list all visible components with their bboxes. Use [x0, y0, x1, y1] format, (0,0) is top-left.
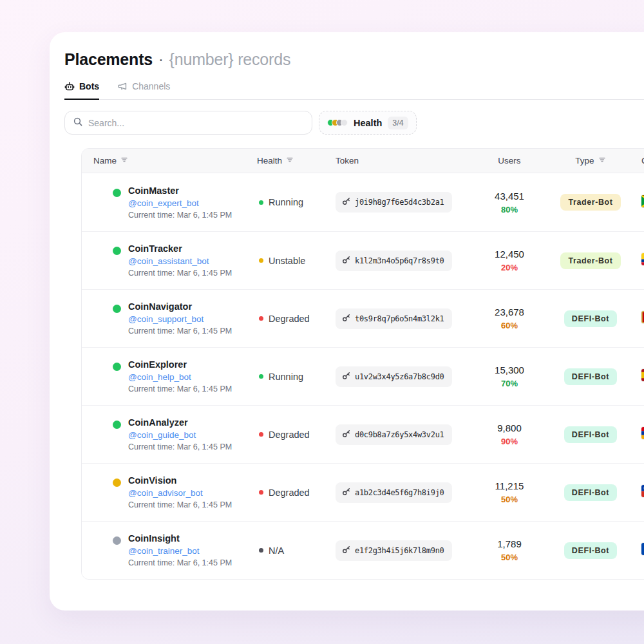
bot-name: CoinMaster [128, 185, 232, 196]
bot-avatar [93, 537, 120, 564]
users-cell: 12,450 20% [477, 249, 542, 272]
token-cell: a1b2c3d4e5f6g7h8i9j0 [336, 482, 477, 503]
column-header-health[interactable]: Health [257, 156, 336, 166]
country-flag-icon [641, 427, 644, 439]
type-badge: DEFI-Bot [564, 426, 617, 443]
health-status-label: N/A [269, 545, 284, 556]
token-pill[interactable]: d0c9b8a7z6y5x4w3v2u1 [336, 424, 452, 445]
country-flag-icon [641, 195, 644, 207]
bot-name-cell: CoinExplorer @coin_help_bot Current time… [82, 359, 257, 393]
column-header-token: Token [336, 156, 477, 166]
token-pill[interactable]: j0i9h8g7f6e5d4c3b2a1 [336, 192, 452, 213]
bot-name-cell: CoinVision @coin_advisor_bot Current tim… [82, 475, 257, 509]
table-row[interactable]: CoinMaster @coin_expert_bot Current time… [82, 173, 644, 231]
bots-table: Name Health Token Users Type [81, 148, 644, 580]
key-icon [342, 196, 350, 208]
health-status-dot [259, 490, 263, 495]
column-header-type-label: Type [575, 156, 594, 166]
health-status-label: Degraded [269, 488, 310, 498]
bot-handle-link[interactable]: @coin_trainer_bot [128, 546, 232, 556]
users-cell: 9,800 90% [477, 422, 542, 446]
health-status-dot [259, 258, 263, 263]
token-pill[interactable]: u1v2w3x4y5z6a7b8c9d0 [336, 366, 452, 387]
avatar-status-dot [113, 421, 121, 429]
page-title-subtitle: {number} records [169, 50, 291, 68]
tab-bar: Bots Channels [64, 81, 644, 99]
column-header-type[interactable]: Type [542, 156, 639, 166]
key-icon [342, 545, 350, 556]
filter-icon[interactable] [286, 156, 294, 166]
country-cell [639, 195, 644, 210]
health-filter-chip[interactable]: Health 3/4 [319, 111, 417, 135]
key-icon [342, 313, 350, 325]
key-icon [342, 255, 350, 267]
bot-handle-link[interactable]: @coin_assistant_bot [128, 256, 232, 266]
table-row[interactable]: CoinAnalyzer @coin_guide_bot Current tim… [82, 405, 644, 463]
health-status-label: Running [269, 197, 303, 207]
bot-handle-link[interactable]: @coin_help_bot [128, 372, 232, 382]
column-header-name[interactable]: Name [82, 156, 257, 166]
bot-current-time: Current time: Mar 6, 1:45 PM [128, 327, 232, 336]
token-cell: e1f2g3h4i5j6k7l8m9n0 [336, 540, 477, 561]
table-row[interactable]: CoinVision @coin_advisor_bot Current tim… [82, 463, 644, 521]
table-row[interactable]: CoinInsight @coin_trainer_bot Current ti… [82, 521, 644, 579]
bot-name: CoinExplorer [128, 359, 232, 370]
tab-channels-label: Channels [132, 81, 170, 91]
token-cell: j0i9h8g7f6e5d4c3b2a1 [336, 192, 477, 213]
tab-channels[interactable]: Channels [117, 81, 170, 99]
type-badge: DEFI-Bot [564, 484, 617, 501]
key-icon [342, 371, 350, 383]
country-flag-icon [641, 543, 644, 555]
token-pill[interactable]: t0s9r8q7p6o5n4m3l2k1 [336, 308, 452, 329]
users-percent: 60% [501, 321, 518, 330]
token-value: k1l2m3n4o5p6q7r8s9t0 [355, 256, 444, 265]
bot-handle-link[interactable]: @coin_guide_bot [128, 430, 232, 440]
token-cell: k1l2m3n4o5p6q7r8s9t0 [336, 251, 477, 271]
health-status-dot [259, 548, 263, 553]
users-percent: 80% [501, 205, 518, 214]
health-cell: Degraded [257, 488, 336, 498]
country-cell [639, 369, 644, 384]
table-row[interactable]: CoinTracker @coin_assistant_bot Current … [82, 231, 644, 289]
bot-current-time: Current time: Mar 6, 1:45 PM [128, 500, 232, 509]
table-row[interactable]: CoinNavigator @coin_support_bot Current … [82, 289, 644, 347]
search-box[interactable] [64, 111, 312, 135]
users-count: 23,678 [495, 307, 524, 317]
filter-icon[interactable] [120, 156, 128, 166]
users-cell: 43,451 80% [477, 191, 542, 214]
country-cell [639, 253, 644, 268]
users-cell: 11,215 50% [477, 480, 542, 504]
bot-name-cell: CoinInsight @coin_trainer_bot Current ti… [82, 533, 257, 567]
users-percent: 70% [501, 379, 518, 388]
tab-bots[interactable]: Bots [64, 81, 99, 99]
bot-current-time: Current time: Mar 6, 1:45 PM [128, 384, 232, 393]
page-title-main: Placements [64, 50, 153, 68]
health-status-label: Degraded [269, 314, 310, 324]
users-percent: 90% [501, 437, 518, 446]
bot-name-cell: CoinAnalyzer @coin_guide_bot Current tim… [82, 417, 257, 451]
table-body: CoinMaster @coin_expert_bot Current time… [82, 173, 644, 579]
table-row[interactable]: CoinExplorer @coin_help_bot Current time… [82, 347, 644, 405]
token-pill[interactable]: a1b2c3d4e5f6g7h8i9j0 [336, 482, 452, 503]
bot-name: CoinVision [128, 475, 232, 486]
bot-handle-link[interactable]: @coin_expert_bot [128, 198, 232, 208]
type-cell: DEFI-Bot [542, 542, 639, 559]
filter-icon[interactable] [598, 156, 606, 166]
bot-current-time: Current time: Mar 6, 1:45 PM [128, 442, 232, 451]
search-input[interactable] [88, 118, 304, 128]
bot-avatar [93, 363, 120, 390]
bot-handle-link[interactable]: @coin_advisor_bot [128, 488, 232, 498]
page-title-separator: · [158, 50, 164, 68]
bot-name: CoinAnalyzer [128, 417, 232, 428]
avatar-status-dot [113, 536, 121, 545]
users-count: 12,450 [495, 249, 524, 260]
country-cell [639, 311, 644, 326]
token-pill[interactable]: e1f2g3h4i5j6k7l8m9n0 [336, 540, 452, 561]
token-pill[interactable]: k1l2m3n4o5p6q7r8s9t0 [336, 251, 452, 271]
bot-name-cell: CoinMaster @coin_expert_bot Current time… [82, 185, 257, 220]
type-badge: DEFI-Bot [564, 542, 617, 559]
health-status-dot [259, 432, 263, 437]
type-cell: Trader-Bot [542, 252, 639, 269]
bot-handle-link[interactable]: @coin_support_bot [128, 314, 232, 324]
health-status-label: Degraded [269, 430, 310, 440]
